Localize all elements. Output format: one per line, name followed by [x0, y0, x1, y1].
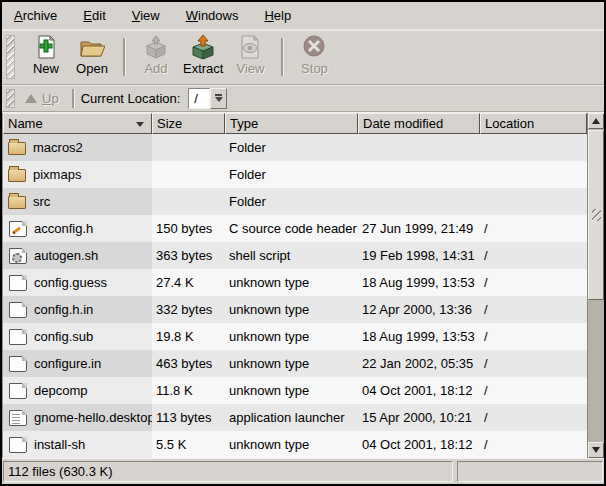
file-date: 15 Apr 2000, 10:21	[358, 404, 480, 431]
file-name: gnome-hello.desktop	[34, 410, 152, 425]
table-row[interactable]: install-sh 5.5 K unknown type 04 Oct 200…	[3, 431, 587, 458]
add-button: Add	[133, 33, 179, 81]
scroll-down-arrow-icon	[592, 447, 600, 453]
current-location-label: Current Location:	[81, 91, 181, 106]
file-size: 332 bytes	[152, 296, 225, 323]
statusbar-progress-area	[457, 461, 603, 482]
file-location	[480, 188, 587, 215]
extract-button-label: Extract	[183, 61, 223, 76]
file-location: /	[480, 404, 587, 431]
open-button[interactable]: Open	[69, 33, 115, 81]
file-date: 27 Jun 1999, 21:49	[358, 215, 480, 242]
column-header-size[interactable]: Size	[152, 113, 225, 134]
file-name: configure.in	[34, 356, 101, 371]
menu-edit[interactable]: Edit	[81, 4, 107, 27]
scroll-down-button[interactable]	[588, 442, 604, 458]
table-row[interactable]: autogen.sh 363 bytes shell script 19 Feb…	[3, 242, 587, 269]
statusbar-file-count: 112 files (630.3 K)	[3, 461, 453, 482]
location-combo: /	[188, 88, 227, 109]
menu-help[interactable]: Help	[262, 4, 293, 27]
file-location: /	[480, 377, 587, 404]
document-icon	[9, 275, 27, 291]
document-icon	[9, 356, 27, 372]
file-type: unknown type	[225, 296, 358, 323]
file-date	[358, 161, 480, 188]
locationbar-separator	[72, 89, 74, 108]
column-header-name[interactable]: Name	[3, 113, 152, 134]
table-row[interactable]: pixmaps Folder	[3, 161, 587, 188]
stop-button-label: Stop	[301, 61, 328, 76]
table-row[interactable]: acconfig.h 150 bytes C source code heade…	[3, 215, 587, 242]
c-header-file-icon	[9, 221, 27, 237]
menu-windows[interactable]: Windows	[184, 4, 241, 27]
vertical-scrollbar[interactable]	[587, 113, 604, 458]
document-icon	[9, 329, 27, 345]
open-archive-icon	[79, 34, 105, 60]
file-location	[480, 134, 587, 161]
up-button: Up	[21, 89, 65, 108]
file-date	[358, 134, 480, 161]
new-archive-icon	[33, 34, 59, 60]
table-row[interactable]: configure.in 463 bytes unknown type 22 J…	[3, 350, 587, 377]
file-size: 19.8 K	[152, 323, 225, 350]
location-value: /	[194, 91, 198, 106]
toolbar: New Open Add	[2, 30, 604, 85]
menu-archive[interactable]: Archive	[12, 4, 59, 27]
file-rows: macros2 Folder pixmaps Folder src F	[3, 134, 587, 458]
document-icon	[9, 437, 27, 453]
file-name: pixmaps	[33, 167, 81, 182]
sort-indicator-icon	[136, 122, 144, 127]
file-size: 463 bytes	[152, 350, 225, 377]
file-date: 18 Aug 1999, 13:53	[358, 269, 480, 296]
document-icon	[9, 383, 27, 399]
toolbar-drag-handle[interactable]	[6, 35, 15, 79]
extract-button[interactable]: Extract	[179, 33, 227, 81]
file-name: acconfig.h	[34, 221, 93, 236]
stop-button: Stop	[291, 33, 337, 81]
scrollbar-thumb[interactable]	[588, 130, 604, 300]
table-row[interactable]: config.sub 19.8 K unknown type 18 Aug 19…	[3, 323, 587, 350]
file-location: /	[480, 215, 587, 242]
file-size	[152, 188, 225, 215]
locationbar-drag-handle[interactable]	[6, 89, 15, 108]
new-button-label: New	[33, 61, 59, 76]
file-type: Folder	[225, 161, 358, 188]
menubar: Archive Edit View Windows Help	[2, 2, 604, 30]
file-type: Folder	[225, 188, 358, 215]
new-button[interactable]: New	[23, 33, 69, 81]
file-type: Folder	[225, 134, 358, 161]
table-row[interactable]: src Folder	[3, 188, 587, 215]
file-size: 150 bytes	[152, 215, 225, 242]
file-location: /	[480, 431, 587, 458]
file-type: application launcher	[225, 404, 358, 431]
file-name: autogen.sh	[34, 248, 98, 263]
location-input[interactable]: /	[188, 88, 210, 109]
file-type: C source code header	[225, 215, 358, 242]
file-size: 27.4 K	[152, 269, 225, 296]
file-name: config.sub	[34, 329, 93, 344]
file-name: config.h.in	[34, 302, 93, 317]
table-row[interactable]: macros2 Folder	[3, 134, 587, 161]
file-size: 113 bytes	[152, 404, 225, 431]
statusbar: 112 files (630.3 K)	[2, 458, 604, 484]
toolbar-separator	[123, 38, 125, 76]
table-row[interactable]: config.guess 27.4 K unknown type 18 Aug …	[3, 269, 587, 296]
file-type: shell script	[225, 242, 358, 269]
file-name: macros2	[33, 140, 83, 155]
scroll-up-button[interactable]	[588, 113, 604, 129]
table-row[interactable]: config.h.in 332 bytes unknown type 12 Ap…	[3, 296, 587, 323]
file-location: /	[480, 323, 587, 350]
table-row[interactable]: gnome-hello.desktop 113 bytes applicatio…	[3, 404, 587, 431]
column-header-date-modified[interactable]: Date modified	[358, 113, 480, 134]
column-header-location[interactable]: Location	[480, 113, 587, 134]
file-size	[152, 161, 225, 188]
file-size: 363 bytes	[152, 242, 225, 269]
table-row[interactable]: depcomp 11.8 K unknown type 04 Oct 2001,…	[3, 377, 587, 404]
location-dropdown-button[interactable]	[210, 88, 227, 109]
file-date: 18 Aug 1999, 13:53	[358, 323, 480, 350]
column-header-type[interactable]: Type	[225, 113, 358, 134]
file-date: 04 Oct 2001, 18:12	[358, 431, 480, 458]
menu-view[interactable]: View	[130, 4, 162, 27]
file-size: 11.8 K	[152, 377, 225, 404]
file-list-area: Name Size Type Date modified Location ma…	[2, 112, 604, 458]
